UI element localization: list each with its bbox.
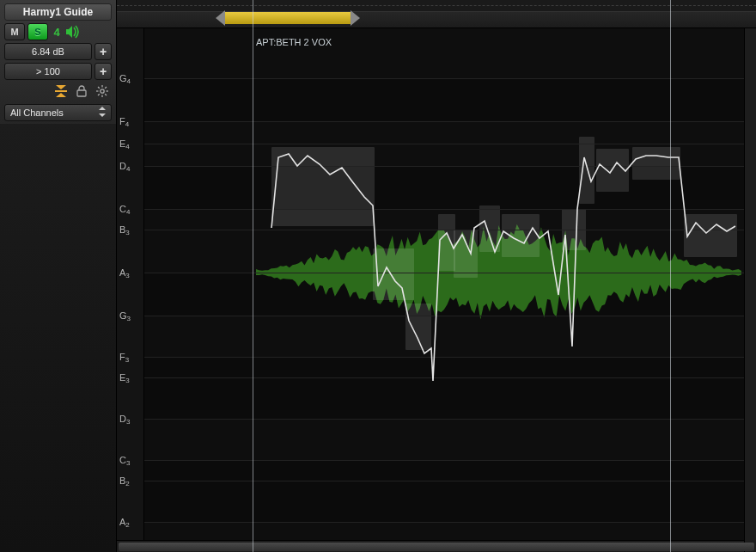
track-name[interactable]: Harmy1 Guide [4,3,112,21]
horizontal-scrollbar-thumb[interactable] [119,543,754,551]
note-label: F4 [119,116,129,126]
svg-rect-0 [55,90,67,92]
note-label: G4 [119,73,131,83]
playhead[interactable] [253,0,253,552]
sidebar: Harmy1 Guide M S 4 6.84 dB + > 100 + [0,0,117,552]
note-label: D3 [119,414,130,424]
svg-line-8 [105,94,107,95]
pan-adjust-button[interactable]: + [94,63,112,80]
speaker-icon[interactable] [65,23,81,40]
loop-end-handle[interactable] [351,10,360,26]
note-label: A3 [119,267,130,278]
svg-line-10 [105,87,107,89]
note-label: D4 [119,161,130,171]
note-label: G3 [119,310,131,321]
note-label: E4 [119,138,130,149]
loop-region[interactable] [225,12,351,24]
loop-start-handle[interactable] [216,10,225,26]
gear-icon[interactable] [94,84,110,98]
channels-dropdown[interactable]: All Channels [4,104,112,121]
voice-count: 4 [51,23,63,40]
timeline[interactable] [117,0,756,28]
vertical-scrollbar[interactable] [744,28,756,552]
note-label: C3 [119,455,130,465]
chevron-updown-icon [99,107,106,119]
collapse-icon[interactable] [53,84,69,98]
note-label: C4 [119,204,130,214]
note-label: A2 [119,517,130,527]
pitch-curve [271,154,735,381]
gain-field[interactable]: 6.84 dB [4,43,92,60]
note-label: E3 [119,372,130,383]
note-label: B2 [119,475,130,486]
solo-button[interactable]: S [27,23,48,40]
svg-rect-1 [77,90,86,96]
channels-dropdown-label: All Channels [10,107,64,118]
lock-icon[interactable] [74,84,89,98]
pan-field[interactable]: > 100 [4,63,92,80]
svg-line-9 [98,94,100,95]
svg-line-7 [98,87,100,89]
note-label: F3 [119,352,129,362]
marker-line[interactable] [670,0,671,552]
note-label: B3 [119,224,130,235]
pitch-editor[interactable]: G4F4E4D4C4B3A3G3F3E3D3C3B2A2 APT:BETH 2 … [117,28,744,540]
gain-adjust-button[interactable]: + [94,43,112,60]
svg-point-2 [101,89,104,93]
editor-area: G4F4E4D4C4B3A3G3F3E3D3C3B2A2 APT:BETH 2 … [117,0,756,552]
horizontal-scrollbar[interactable] [117,540,744,552]
pitch-ruler: G4F4E4D4C4B3A3G3F3E3D3C3B2A2 [117,28,144,540]
mute-button[interactable]: M [4,23,25,40]
